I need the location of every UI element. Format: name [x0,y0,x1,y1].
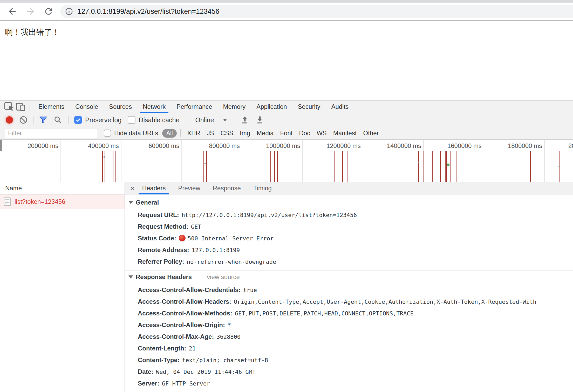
detail-tab-preview[interactable]: Preview [173,182,205,194]
detail-tab-response[interactable]: Response [208,182,246,194]
network-filter-bar: Hide data URLs AllXHRJSCSSImgMediaFontDo… [0,127,573,140]
failed-request-bar[interactable] [342,151,343,182]
forward-button[interactable] [24,5,36,17]
devtools-tab-network[interactable]: Network [137,100,171,113]
failed-request-bar[interactable] [270,151,271,182]
filter-toggle-button[interactable] [39,116,47,124]
detail-tab-headers[interactable]: Headers [137,182,171,194]
inspect-element-button[interactable] [4,102,15,112]
response-view-source-button[interactable]: view source [207,273,240,281]
export-har-button[interactable] [255,116,264,124]
devtools-tabbar: ElementsConsoleSourcesNetworkPerformance… [0,100,573,113]
hide-data-urls-control[interactable]: Hide data URLs [104,130,158,137]
failed-request-bar[interactable] [440,151,441,182]
hide-data-urls-label: Hide data URLs [114,130,158,137]
preserve-log-control[interactable]: Preserve log [74,116,121,124]
filter-type-ws[interactable]: WS [317,130,327,137]
disable-cache-checkbox[interactable] [128,116,135,124]
devtools-tab-console[interactable]: Console [70,100,104,113]
request-type-filters: AllXHRJSCSSImgMediaFontDocWSManifestOthe… [158,129,379,138]
timeline-gridline [181,140,182,182]
record-button[interactable] [6,116,13,124]
response-headers-section-header[interactable]: Response Headers view source [128,273,573,281]
general-title: General [136,199,159,206]
devtools-tab-audits[interactable]: Audits [326,100,354,113]
failed-request-bar[interactable] [334,151,335,182]
close-icon[interactable]: × [130,184,135,192]
address-bar[interactable]: 127.0.0.1:8199/api.v2/user/list?token=12… [60,5,573,18]
header-value: Wed, 04 Dec 2019 11:44:46 GMT [156,369,256,375]
header-value: true [243,287,257,293]
timeline-tick-label: 1600000 ms [447,142,482,150]
toolbar-separator [180,129,181,137]
import-har-button[interactable] [240,116,249,124]
failed-request-bar[interactable] [530,151,531,182]
request-name[interactable]: list?token=123456 [15,198,65,205]
general-section-header[interactable]: General [128,199,573,206]
back-button[interactable] [6,5,18,17]
filter-type-css[interactable]: CSS [221,130,233,137]
disable-cache-control[interactable]: Disable cache [128,116,179,124]
failed-request-bar[interactable] [432,151,433,182]
url-text[interactable]: 127.0.0.1:8199/api.v2/user/list?token=12… [77,8,219,16]
filter-input[interactable] [5,128,97,138]
filter-type-all[interactable]: All [162,129,177,138]
timeline-tick-label: 1400000 ms [387,142,421,150]
page-content: 啊！我出错了！ [0,21,573,100]
filter-type-font[interactable]: Font [280,130,292,137]
network-overview-timeline[interactable]: 200000 ms400000 ms600000 ms800000 ms1000… [0,140,573,182]
general-section: General Request URL:http://127.0.0.1:819… [125,194,573,270]
devtools-tab-security[interactable]: Security [292,100,326,113]
filter-type-xhr[interactable]: XHR [187,130,200,137]
header-value: 21 [189,345,196,352]
devtools-tab-elements[interactable]: Elements [33,100,70,113]
response-headers-title: Response Headers [136,273,192,281]
upload-arrow-icon [240,116,249,124]
failed-request-bar[interactable] [274,151,275,182]
failed-request-bar[interactable] [102,151,103,182]
failed-request-bar[interactable] [115,151,116,182]
detail-tab-timing[interactable]: Timing [248,182,277,194]
header-key: Content-Length: [138,345,186,352]
filter-type-manifest[interactable]: Manifest [333,130,357,137]
throttling-select[interactable]: Online [193,116,227,124]
devtools-tab-application[interactable]: Application [251,100,292,113]
failed-request-bar[interactable] [113,151,113,182]
name-column-header[interactable]: Name [0,182,125,194]
device-toolbar-button[interactable] [15,102,26,112]
devtools-tab-memory[interactable]: Memory [218,100,251,113]
filter-type-js[interactable]: JS [207,130,214,137]
request-row[interactable]: list?token=123456 [0,194,125,209]
failed-request-bar[interactable] [418,151,419,182]
failed-request-bar[interactable] [456,151,456,182]
failed-request-bar[interactable] [424,151,424,182]
header-value: * [228,322,231,328]
filter-type-doc[interactable]: Doc [299,130,310,137]
preserve-log-checkbox[interactable] [74,116,82,124]
filter-type-other[interactable]: Other [363,130,379,137]
devtools-tab-performance[interactable]: Performance [171,100,217,113]
failed-request-bar[interactable] [203,151,204,182]
devtools-tab-sources[interactable]: Sources [104,100,137,113]
hide-data-urls-checkbox[interactable] [104,130,111,137]
filter-type-img[interactable]: Img [240,130,250,137]
header-key: Request URL: [138,211,179,218]
overview-window-handle[interactable] [0,140,2,151]
devtools-panel: ElementsConsoleSourcesNetworkPerformance… [0,100,573,392]
header-value: GET,PUT,POST,DELETE,PATCH,HEAD,CONNECT,O… [235,310,414,317]
forward-arrow-icon [25,6,36,17]
failed-request-bar[interactable] [446,151,447,182]
name-header-label: Name [5,185,22,192]
clear-button[interactable] [19,116,28,124]
timeline-gridline [544,140,545,182]
reload-button[interactable] [43,5,54,17]
filter-type-media[interactable]: Media [257,130,274,137]
failed-request-bar[interactable] [347,151,347,182]
failed-request-bar[interactable] [105,151,105,182]
failed-request-bar[interactable] [450,151,451,182]
failed-request-bar[interactable] [445,151,446,182]
page-info-icon[interactable] [65,7,73,16]
search-button[interactable] [54,116,62,124]
failed-request-bar[interactable] [277,151,278,182]
failed-request-bar[interactable] [206,151,207,182]
